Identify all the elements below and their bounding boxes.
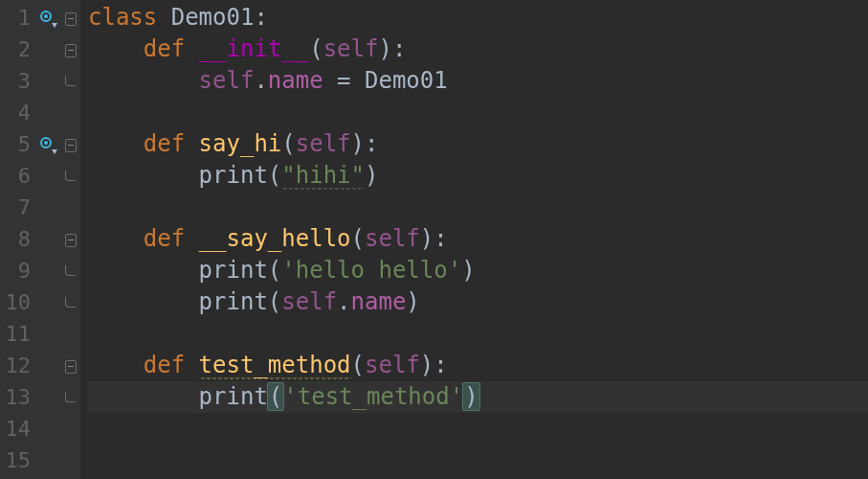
keyword: def <box>144 35 185 62</box>
line-number: 14 <box>0 413 36 445</box>
string-literal: 'hello hello' <box>281 257 461 284</box>
line-number: 9 <box>0 255 36 286</box>
function-name: test_method <box>199 352 351 380</box>
code-line[interactable]: class Demo01: <box>88 2 868 34</box>
line-number: 4 <box>0 97 36 128</box>
function-name: __init__ <box>199 35 310 62</box>
line-number: 2 <box>0 34 36 65</box>
matched-paren: ( <box>267 382 284 411</box>
code-line[interactable] <box>88 97 868 128</box>
fold-end-icon <box>65 76 75 87</box>
fold-toggle-icon[interactable] <box>65 12 75 24</box>
code-editor[interactable]: 1 2 3 4 5 6 <box>0 0 868 479</box>
code-line[interactable]: def __say_hello(self): <box>88 223 868 255</box>
code-line[interactable]: print("hihi") <box>88 160 868 192</box>
line-number: 11 <box>0 318 36 350</box>
line-number: 5 <box>0 128 36 160</box>
self-param: self <box>365 225 420 252</box>
line-number: 8 <box>0 223 36 255</box>
function-call: print <box>199 288 268 315</box>
code-line-current[interactable]: print('test_method') <box>88 381 868 413</box>
self-param: self <box>323 35 379 62</box>
identifier: Demo01 <box>365 67 448 94</box>
gutter: 1 2 3 4 5 6 <box>0 0 80 479</box>
function-call: print <box>199 383 268 410</box>
fold-end-icon <box>65 297 75 308</box>
fold-toggle-icon[interactable] <box>65 360 75 372</box>
keyword: def <box>144 225 185 252</box>
fold-end-icon <box>65 265 75 277</box>
matched-paren: ) <box>462 382 479 411</box>
fold-toggle-icon[interactable] <box>65 139 75 150</box>
fold-end-icon <box>65 392 75 403</box>
keyword: def <box>144 130 185 157</box>
line-number: 10 <box>0 286 36 318</box>
self-ref: self <box>199 67 255 94</box>
code-line[interactable]: def test_method(self): <box>88 350 868 381</box>
line-number: 3 <box>0 65 36 97</box>
function-call: print <box>199 257 268 284</box>
code-area[interactable]: class Demo01: def __init__(self): self.n… <box>80 0 868 479</box>
function-call: print <box>199 162 268 189</box>
code-line[interactable] <box>88 192 868 223</box>
fold-end-icon <box>65 171 75 182</box>
function-name: __say_hello <box>199 225 351 252</box>
keyword: def <box>144 352 185 378</box>
line-number: 7 <box>0 192 36 223</box>
code-line[interactable] <box>88 318 868 350</box>
line-number: 1 <box>0 2 36 34</box>
self-param: self <box>296 130 351 157</box>
function-name: say_hi <box>199 130 282 157</box>
attribute: name <box>268 67 323 94</box>
code-line[interactable] <box>88 413 868 445</box>
class-name: Demo01 <box>171 4 255 31</box>
attribute: name <box>351 288 407 315</box>
code-line[interactable]: def __init__(self): <box>88 34 868 65</box>
code-line[interactable] <box>88 445 868 476</box>
code-line[interactable]: def say_hi(self): <box>88 128 868 160</box>
fold-toggle-icon[interactable] <box>65 44 75 56</box>
string-literal: "hihi" <box>281 162 365 191</box>
override-icon[interactable] <box>36 137 59 152</box>
code-line[interactable]: print(self.name) <box>88 286 868 318</box>
line-number: 15 <box>0 445 36 476</box>
string-literal: 'test_method' <box>283 383 463 410</box>
self-param: self <box>365 352 420 378</box>
line-number: 13 <box>0 381 36 413</box>
keyword: class <box>88 4 157 31</box>
self-ref: self <box>281 288 337 315</box>
code-line[interactable]: print('hello hello') <box>88 255 868 286</box>
line-number: 12 <box>0 350 36 381</box>
line-number: 6 <box>0 160 36 192</box>
code-line[interactable]: self.name = Demo01 <box>88 65 868 97</box>
fold-toggle-icon[interactable] <box>65 234 75 245</box>
override-icon[interactable] <box>36 11 59 26</box>
